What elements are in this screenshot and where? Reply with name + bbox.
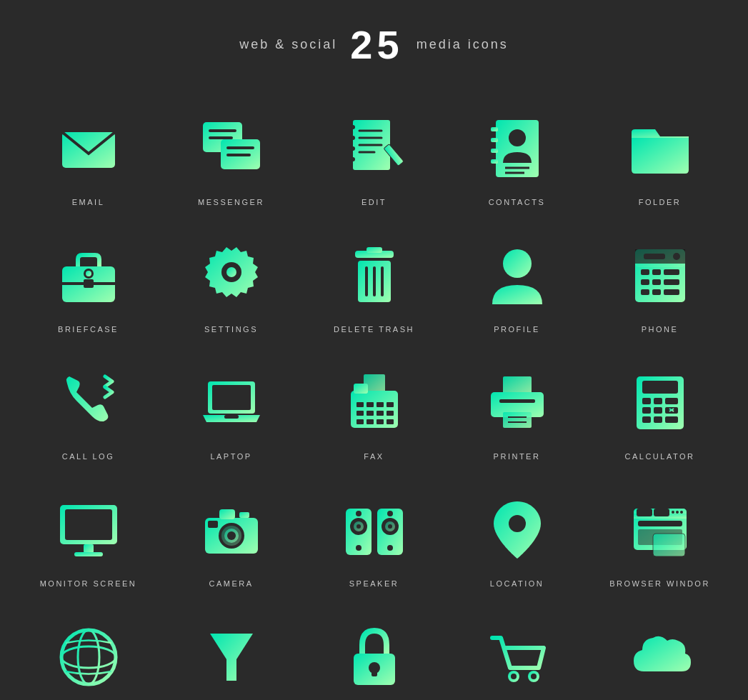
- svg-point-31: [226, 267, 236, 277]
- lock-icon: [335, 618, 414, 696]
- svg-point-53: [673, 253, 680, 260]
- svg-point-121: [356, 545, 361, 551]
- svg-rect-147: [371, 668, 377, 676]
- svg-rect-46: [641, 279, 649, 285]
- monitor-screen-cell: MONITOR SCREEN: [17, 478, 160, 598]
- calculator-icon: [621, 364, 699, 442]
- svg-rect-20: [491, 149, 498, 153]
- folder-cell: FOLDER: [589, 96, 732, 216]
- speaker-cell: SPEAKER: [303, 478, 446, 598]
- svg-rect-110: [239, 512, 249, 518]
- folder-icon: [621, 109, 699, 188]
- svg-rect-76: [499, 399, 535, 403]
- svg-rect-48: [664, 279, 679, 285]
- cloud-cell: CLOUD: [589, 605, 732, 700]
- profile-cell: PROFILE: [446, 224, 589, 344]
- svg-rect-62: [356, 402, 364, 407]
- call-log-cell: CALL LOG: [17, 351, 160, 471]
- delete-trash-icon: [335, 236, 414, 315]
- svg-rect-58: [224, 415, 239, 419]
- delete-trash-cell: DELETE TRASH: [303, 224, 446, 344]
- call-log-icon: [49, 364, 128, 442]
- svg-rect-133: [654, 509, 669, 516]
- speaker-label: SPEAKER: [349, 579, 399, 588]
- svg-rect-105: [65, 509, 112, 540]
- phone-label: PHONE: [642, 325, 679, 334]
- svg-rect-115: [208, 521, 218, 528]
- svg-rect-70: [356, 419, 364, 424]
- contacts-label: CONTACTS: [489, 198, 546, 206]
- messenger-cell: MESSENGER: [160, 96, 303, 216]
- browser-window-label: BROWSER WINDOR: [609, 579, 710, 588]
- calculator-label: CALCULATOR: [625, 452, 695, 461]
- monitor-screen-icon: [49, 491, 128, 569]
- svg-rect-52: [644, 254, 665, 259]
- header-number: 25: [350, 21, 403, 68]
- settings-cell: SETTINGS: [160, 224, 303, 344]
- svg-rect-132: [637, 509, 652, 516]
- profile-icon: [478, 236, 557, 315]
- svg-rect-64: [377, 402, 384, 407]
- contacts-icon: [478, 109, 557, 188]
- svg-point-128: [509, 515, 526, 532]
- svg-point-151: [511, 674, 517, 679]
- svg-rect-19: [491, 138, 498, 142]
- cloud-icon: [621, 618, 699, 696]
- fax-label: FAX: [364, 452, 384, 461]
- header-post: media icons: [417, 37, 509, 52]
- svg-rect-18: [491, 127, 498, 131]
- edit-label: EDIT: [361, 198, 387, 206]
- location-icon: [478, 491, 557, 569]
- printer-cell: PRINTER: [446, 351, 589, 471]
- svg-point-14: [351, 146, 355, 151]
- svg-rect-57: [212, 385, 251, 410]
- svg-rect-72: [377, 419, 384, 424]
- profile-label: PROFILE: [494, 325, 540, 334]
- browser-window-cell: BROWSER WINDOR: [589, 478, 732, 598]
- svg-rect-45: [664, 269, 679, 275]
- browser-window-icon: [621, 491, 699, 569]
- svg-point-15: [351, 157, 355, 161]
- calculator-cell: CALCULATOR: [589, 351, 732, 471]
- contacts-cell: CONTACTS: [446, 96, 589, 216]
- svg-point-126: [387, 511, 393, 516]
- laptop-icon: [192, 364, 271, 442]
- page-header: web & social 25 media icons: [239, 21, 508, 68]
- fax-cell: FAX: [303, 351, 446, 471]
- svg-point-22: [509, 129, 526, 146]
- location-cell: LOCATION: [446, 478, 589, 598]
- svg-point-13: [351, 136, 355, 140]
- svg-rect-139: [653, 534, 685, 556]
- edit-icon: [335, 109, 414, 188]
- svg-rect-109: [219, 509, 235, 519]
- svg-point-119: [356, 524, 361, 529]
- svg-point-136: [676, 511, 679, 514]
- svg-rect-44: [652, 269, 661, 275]
- edit-cell: EDIT: [303, 96, 446, 216]
- svg-point-12: [351, 125, 355, 129]
- email-cell: EMAIL: [17, 96, 160, 216]
- svg-rect-71: [366, 419, 374, 424]
- svg-rect-63: [366, 402, 374, 407]
- briefcase-label: BRIEFCASE: [58, 325, 119, 334]
- monitor-screen-label: MONITOR SCREEN: [40, 579, 137, 588]
- filter-icon: [192, 618, 271, 696]
- icons-grid: EMAIL MESSENGER: [17, 96, 732, 700]
- camera-icon: [192, 491, 271, 569]
- svg-rect-51: [664, 289, 679, 295]
- settings-icon: [192, 236, 271, 315]
- email-icon: [49, 109, 128, 188]
- svg-point-125: [388, 524, 392, 529]
- svg-rect-68: [377, 411, 384, 416]
- svg-rect-74: [503, 376, 532, 394]
- svg-point-153: [531, 674, 537, 679]
- camera-cell: CAMERA: [160, 478, 303, 598]
- svg-rect-49: [641, 289, 649, 295]
- svg-rect-134: [638, 521, 682, 526]
- svg-rect-47: [652, 279, 661, 285]
- svg-rect-33: [366, 247, 382, 253]
- svg-rect-65: [387, 402, 394, 407]
- printer-label: PRINTER: [494, 452, 541, 461]
- speaker-icon: [335, 491, 414, 569]
- svg-rect-61: [354, 384, 368, 394]
